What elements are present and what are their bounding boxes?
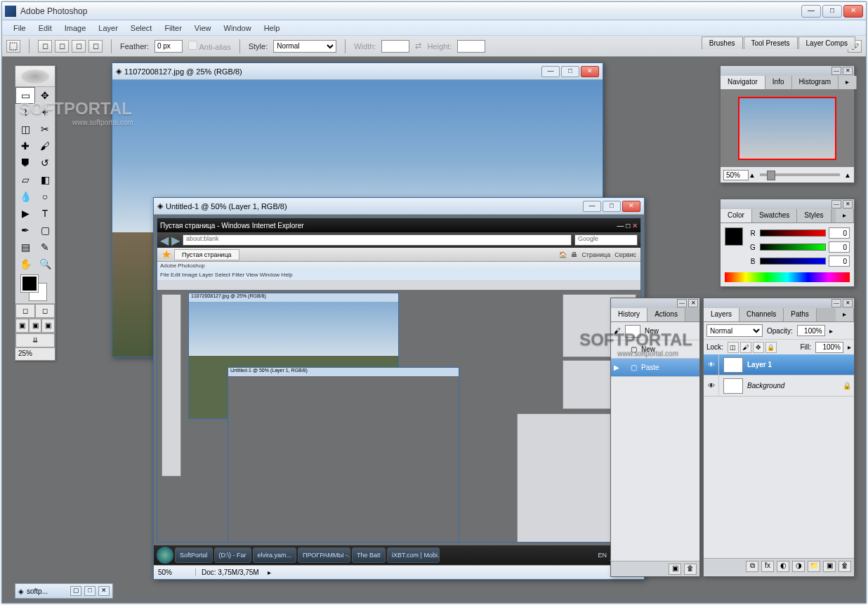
fill-input[interactable] bbox=[815, 342, 843, 353]
menu-layer[interactable]: Layer bbox=[93, 22, 124, 34]
mini-max-icon[interactable]: □ bbox=[84, 586, 96, 596]
doc2-canvas[interactable]: Пустая страница - Windows Internet Explo… bbox=[154, 215, 644, 565]
panel-minimize-icon[interactable]: — bbox=[677, 299, 687, 307]
g-input[interactable] bbox=[829, 241, 850, 253]
lock-all-icon[interactable]: 🔒 bbox=[765, 342, 777, 353]
tab-swatches[interactable]: Swatches bbox=[752, 209, 797, 222]
layer-visibility-icon[interactable]: 👁 bbox=[704, 375, 719, 396]
r-input[interactable] bbox=[829, 227, 850, 239]
gradient-tool[interactable]: ◧ bbox=[35, 171, 55, 188]
quickmask-mode-icon[interactable]: ◻ bbox=[35, 304, 55, 318]
panel-menu-icon[interactable]: ▸ bbox=[836, 209, 854, 222]
standard-mode-icon[interactable]: ◻ bbox=[15, 304, 35, 318]
zoom-tool[interactable]: 🔍 bbox=[35, 255, 55, 272]
new-layer-icon[interactable]: ▣ bbox=[823, 561, 836, 572]
menu-help[interactable]: Help bbox=[258, 22, 286, 34]
tab-history[interactable]: History bbox=[611, 308, 647, 321]
tab-info[interactable]: Info bbox=[765, 76, 792, 89]
toolbox-zoom[interactable]: 25% bbox=[15, 347, 55, 360]
blend-mode-select[interactable]: Normal bbox=[706, 324, 763, 337]
layer-name[interactable]: Background bbox=[747, 382, 840, 390]
history-state-new[interactable]: ▢New bbox=[611, 340, 699, 359]
palette-tab-brushes[interactable]: Brushes bbox=[702, 36, 743, 49]
lock-image-icon[interactable]: 🖌 bbox=[740, 342, 751, 353]
b-input[interactable] bbox=[829, 255, 850, 267]
eraser-tool[interactable]: ▱ bbox=[15, 171, 35, 188]
navigator-zoom-slider[interactable] bbox=[760, 173, 840, 176]
screen-mode-1-icon[interactable]: ▣ bbox=[15, 319, 29, 333]
layer-item-background[interactable]: 👁 Background 🔒 bbox=[704, 375, 854, 397]
marquee-tool[interactable]: ▭ bbox=[15, 87, 35, 104]
lock-transparent-icon[interactable]: ◫ bbox=[728, 342, 739, 353]
menu-file[interactable]: File bbox=[8, 22, 32, 34]
type-tool[interactable]: T bbox=[35, 205, 55, 222]
doc2-zoom[interactable]: 50% bbox=[154, 569, 196, 576]
path-select-tool[interactable]: ▶ bbox=[15, 205, 35, 222]
toolbox-header[interactable] bbox=[15, 66, 55, 87]
minimize-button[interactable]: — bbox=[801, 5, 821, 18]
tab-color[interactable]: Color bbox=[721, 209, 752, 222]
menu-image[interactable]: Image bbox=[59, 22, 92, 34]
panel-menu-icon[interactable]: ▸ bbox=[839, 76, 857, 89]
panel-minimize-icon[interactable]: — bbox=[831, 200, 841, 208]
link-layers-icon[interactable]: ⧉ bbox=[746, 561, 758, 572]
fill-flyout-icon[interactable]: ▸ bbox=[848, 343, 851, 351]
crop-tool[interactable]: ◫ bbox=[15, 121, 35, 138]
tab-styles[interactable]: Styles bbox=[797, 209, 831, 222]
zoom-in-icon[interactable]: ▲ bbox=[844, 171, 851, 179]
mini-close-icon[interactable]: ✕ bbox=[98, 586, 110, 596]
zoom-out-icon[interactable]: ▲ bbox=[749, 171, 756, 179]
menu-window[interactable]: Window bbox=[218, 22, 257, 34]
hand-tool[interactable]: ✋ bbox=[15, 255, 35, 272]
panel-minimize-icon[interactable]: — bbox=[831, 67, 841, 75]
opacity-flyout-icon[interactable]: ▸ bbox=[829, 327, 833, 335]
b-slider[interactable] bbox=[760, 258, 826, 265]
notes-tool[interactable]: ▤ bbox=[15, 239, 35, 255]
jump-to-imageready-icon[interactable]: ⇊ bbox=[15, 333, 55, 347]
palette-tab-tool-presets[interactable]: Tool Presets bbox=[744, 36, 798, 49]
panel-close-icon[interactable]: ✕ bbox=[843, 67, 853, 75]
healing-tool[interactable]: ✚ bbox=[15, 138, 35, 154]
delete-layer-icon[interactable]: 🗑 bbox=[839, 561, 851, 572]
color-panel-fg[interactable] bbox=[725, 227, 743, 246]
screen-mode-3-icon[interactable]: ▣ bbox=[41, 319, 55, 333]
layer-item-layer1[interactable]: 👁 Layer 1 bbox=[704, 354, 854, 375]
color-ramp[interactable] bbox=[725, 272, 850, 282]
shape-tool[interactable]: ▢ bbox=[35, 222, 55, 239]
opacity-input[interactable] bbox=[797, 325, 825, 336]
doc2-minimize[interactable]: — bbox=[583, 201, 601, 212]
panel-minimize-icon[interactable]: — bbox=[831, 299, 841, 307]
dodge-tool[interactable]: ○ bbox=[35, 188, 55, 205]
adjustment-layer-icon[interactable]: ◑ bbox=[792, 561, 805, 572]
delete-state-icon[interactable]: 🗑 bbox=[684, 564, 697, 575]
move-tool[interactable]: ✥ bbox=[35, 87, 55, 104]
minimized-doc-softp[interactable]: ◈ softp... ▢ □ ✕ bbox=[15, 583, 113, 599]
eyedropper-tool[interactable]: ✎ bbox=[35, 239, 55, 255]
menu-view[interactable]: View bbox=[189, 22, 217, 34]
maximize-button[interactable]: □ bbox=[822, 5, 842, 18]
menu-edit[interactable]: Edit bbox=[33, 22, 58, 34]
tab-paths[interactable]: Paths bbox=[784, 308, 817, 321]
stamp-tool[interactable]: ⛊ bbox=[15, 154, 35, 171]
doc2-close[interactable]: ✕ bbox=[622, 201, 640, 212]
menu-filter[interactable]: Filter bbox=[159, 22, 187, 34]
new-selection-icon[interactable]: ◻ bbox=[38, 40, 52, 53]
lock-position-icon[interactable]: ✥ bbox=[753, 342, 764, 353]
layer-name[interactable]: Layer 1 bbox=[747, 361, 854, 368]
panel-close-icon[interactable]: ✕ bbox=[843, 200, 853, 208]
wand-tool[interactable]: ✦ bbox=[35, 104, 55, 121]
tab-actions[interactable]: Actions bbox=[647, 308, 685, 321]
tab-channels[interactable]: Channels bbox=[739, 308, 784, 321]
pen-tool[interactable]: ✒ bbox=[15, 222, 35, 239]
navigator-preview[interactable] bbox=[721, 90, 854, 167]
add-selection-icon[interactable]: ◻ bbox=[55, 40, 69, 53]
history-brush-tool[interactable]: ↺ bbox=[35, 154, 55, 171]
feather-input[interactable] bbox=[154, 40, 183, 53]
doc1-maximize[interactable]: □ bbox=[561, 66, 579, 77]
screen-mode-2-icon[interactable]: ▣ bbox=[29, 319, 42, 333]
panel-close-icon[interactable]: ✕ bbox=[688, 299, 698, 307]
foreground-color[interactable] bbox=[21, 275, 38, 292]
doc1-titlebar[interactable]: ◈ 11072008127.jpg @ 25% (RGB/8) — □ ✕ bbox=[112, 63, 603, 80]
main-titlebar[interactable]: Adobe Photoshop — □ ✕ bbox=[2, 2, 866, 20]
panel-close-icon[interactable]: ✕ bbox=[843, 299, 853, 307]
